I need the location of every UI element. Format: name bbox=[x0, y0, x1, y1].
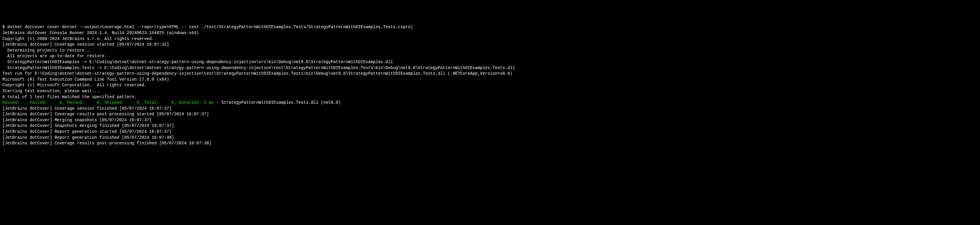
output-line: Microsoft (R) Test Execution Command Lin… bbox=[2, 77, 978, 83]
output-line: JetBrains dotCover Console Runner 2024.1… bbox=[2, 30, 978, 36]
output-line: [JetBrains dotCover] Report generation f… bbox=[2, 135, 978, 141]
output-line: All projects are up-to-date for restore. bbox=[2, 53, 978, 59]
test-summary-dll: - StrategyPatternWithDIExamples.Tests.dl… bbox=[214, 100, 340, 105]
command-text: dotnet dotcover cover-dotnet --output=co… bbox=[7, 25, 413, 29]
output-line: [JetBrains dotCover] Coverage session st… bbox=[2, 42, 978, 48]
output-line: A total of 1 test files matched the spec… bbox=[2, 94, 978, 100]
output-line: [JetBrains dotCover] Merging snapshots [… bbox=[2, 117, 978, 123]
output-line: [JetBrains dotCover] Coverage results po… bbox=[2, 140, 978, 147]
terminal-output: $ dotnet dotcover cover-dotnet --output=… bbox=[2, 24, 978, 146]
output-line: Starting test execution, please wait... bbox=[2, 88, 978, 94]
output-line: Copyright (c) 2009-2024 JetBrains s.r.o.… bbox=[2, 36, 978, 42]
output-line: [JetBrains dotCover] Report generation s… bbox=[2, 129, 978, 135]
output-line: [JetBrains dotCover] Snapshots merging f… bbox=[2, 123, 978, 129]
output-line: [JetBrains dotCover] Coverage session fi… bbox=[2, 106, 978, 112]
test-summary-line: Passed! - Failed: 0, Passed: 6, Skipped:… bbox=[2, 100, 978, 106]
output-line: Copyright (c) Microsoft Corporation. All… bbox=[2, 82, 978, 88]
output-line: Test run for E:\Coding\dotnet\dotnet-str… bbox=[2, 71, 978, 77]
output-line: Determining projects to restore... bbox=[2, 48, 978, 54]
output-line: StrategyPatternWithDIExamples -> E:\Codi… bbox=[2, 59, 978, 65]
test-summary-passed: Passed! - Failed: 0, Passed: 6, Skipped:… bbox=[2, 100, 214, 105]
output-line: [JetBrains dotCover] Coverage results po… bbox=[2, 112, 978, 117]
output-line: StrategyPatternWithDIExamples.Tests -> E… bbox=[2, 65, 978, 71]
command-line: $ dotnet dotcover cover-dotnet --output=… bbox=[2, 24, 978, 30]
shell-prompt: $ bbox=[2, 25, 7, 29]
